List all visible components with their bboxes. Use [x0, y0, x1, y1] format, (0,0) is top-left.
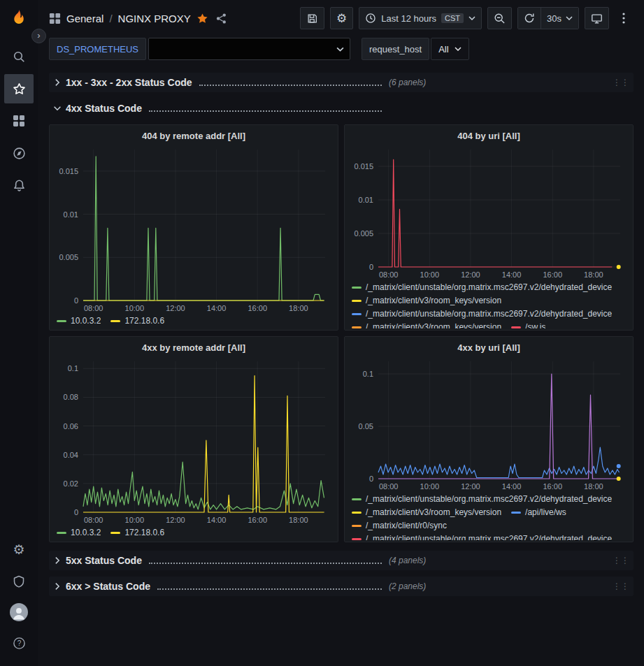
svg-text:16:00: 16:00 — [248, 304, 267, 312]
series-color-swatch — [511, 512, 521, 514]
refresh-control: 30s — [517, 7, 579, 29]
legend-item[interactable]: /sw.js — [511, 322, 545, 328]
legend-item[interactable]: /_matrix/client/r0/sync — [352, 521, 447, 530]
legend-item[interactable]: 172.18.0.6 — [110, 528, 164, 537]
clock-icon — [365, 13, 376, 24]
sidebar: ⚙ ? — [0, 0, 38, 666]
dashboard-title[interactable]: NGINX PROXY — [118, 13, 191, 24]
sidebar-expand-button[interactable]: › — [31, 29, 46, 43]
breadcrumb-separator: / — [109, 13, 112, 24]
svg-text:0.005: 0.005 — [59, 253, 78, 261]
zoom-out-button[interactable] — [487, 7, 512, 29]
row-header-4xx[interactable]: 4xx Status Code — [49, 99, 634, 118]
legend: /_matrix/client/unstable/org.matrix.msc2… — [350, 493, 627, 540]
chevron-down-icon — [49, 103, 66, 113]
row-title: 4xx Status Code — [66, 103, 142, 114]
grafana-logo[interactable] — [8, 8, 29, 29]
legend-item[interactable]: /_matrix/client/v3/room_keys/version — [352, 507, 501, 517]
row-header-6xx[interactable]: 6xx > Status Code (2 panels) ⋮⋮ — [49, 577, 634, 596]
time-range-picker[interactable]: Last 12 hours CST — [359, 7, 482, 29]
series-label: /api/live/ws — [525, 507, 566, 517]
datasource-value-select[interactable] — [148, 38, 350, 60]
series-label: /_matrix/client/r0/sync — [366, 521, 447, 530]
series-color-swatch — [352, 313, 362, 315]
series-color-swatch — [352, 300, 362, 302]
request-host-select[interactable]: All — [431, 38, 468, 60]
dotted-leader — [199, 85, 382, 86]
row-drag-handle[interactable]: ⋮⋮ — [608, 78, 634, 87]
svg-text:16:00: 16:00 — [543, 270, 562, 279]
row-drag-handle[interactable]: ⋮⋮ — [608, 556, 634, 565]
gear-icon: ⚙ — [13, 542, 24, 558]
legend-item[interactable]: 10.0.3.2 — [57, 316, 101, 326]
svg-text:12:00: 12:00 — [166, 516, 185, 524]
time-series-chart[interactable]: 08:0010:0012:0014:0016:0018:0000.0050.01… — [55, 143, 332, 314]
breadcrumb: General / NGINX PROXY — [49, 13, 227, 24]
time-series-chart[interactable]: 08:0010:0012:0014:0016:0018:0000.0050.01… — [350, 143, 627, 281]
save-dashboard-button[interactable] — [300, 7, 324, 29]
cycle-view-mode-button[interactable] — [585, 7, 609, 29]
sidebar-item-server-admin[interactable] — [4, 567, 34, 596]
series-color-swatch — [352, 512, 362, 514]
panel-title[interactable]: 4xx by remote addr [All] — [55, 340, 332, 354]
datasource-label[interactable]: DS_PROMETHEUS — [49, 38, 146, 60]
user-avatar[interactable] — [10, 603, 28, 621]
legend-item[interactable]: /_matrix/client/v3/room_keys/version — [352, 322, 501, 328]
svg-text:12:00: 12:00 — [166, 304, 185, 312]
panel-title[interactable]: 404 by uri [All] — [350, 128, 627, 143]
series-color-swatch — [352, 525, 362, 527]
favorite-star-icon[interactable] — [196, 13, 208, 24]
svg-text:0.01: 0.01 — [359, 196, 373, 204]
row-header-1xx-3xx-2xx[interactable]: 1xx - 3xx - 2xx Status Code (6 panels) ⋮… — [49, 73, 634, 92]
legend-item[interactable]: /_matrix/client/unstable/org.matrix.msc2… — [352, 494, 612, 504]
row-header-5xx[interactable]: 5xx Status Code (4 panels) ⋮⋮ — [49, 551, 634, 570]
refresh-icon — [524, 13, 535, 24]
legend: 10.0.3.2172.18.0.6 — [55, 526, 332, 540]
breadcrumb-section[interactable]: General — [66, 13, 103, 24]
panel-title[interactable]: 4xx by uri [All] — [350, 340, 627, 354]
request-host-label[interactable]: request_host — [362, 38, 429, 60]
row-drag-handle[interactable]: ⋮⋮ — [608, 582, 634, 591]
panel-title[interactable]: 404 by remote addr [All] — [55, 128, 332, 143]
panel-404-by-uri: 404 by uri [All] 08:0010:0012:0014:0016:… — [344, 124, 634, 331]
legend-item[interactable]: 172.18.0.6 — [110, 316, 164, 326]
svg-text:?: ? — [17, 639, 21, 647]
series-label: /_matrix/client/v3/room_keys/version — [366, 507, 501, 517]
series-color-swatch — [57, 320, 66, 322]
kebab-menu-button[interactable] — [615, 7, 633, 29]
grafana-app: ⚙ ? › — [0, 0, 644, 666]
sidebar-item-starred[interactable] — [4, 74, 34, 103]
refresh-button[interactable] — [518, 8, 541, 29]
time-series-chart[interactable]: 08:0010:0012:0014:0016:0018:0000.020.040… — [55, 354, 332, 526]
dotted-leader — [157, 588, 382, 590]
sidebar-item-alerting[interactable] — [4, 171, 34, 200]
series-label: 10.0.3.2 — [71, 528, 101, 537]
svg-text:08:00: 08:00 — [379, 482, 399, 491]
dashboard-settings-button[interactable]: ⚙ — [330, 7, 353, 29]
sidebar-item-search[interactable] — [4, 42, 34, 71]
compass-icon — [13, 147, 26, 160]
legend-item[interactable]: /_matrix/client/unstable/org.matrix.msc2… — [352, 282, 612, 292]
legend-item[interactable]: /_matrix/client/unstable/org.matrix.msc2… — [352, 309, 612, 319]
legend-item[interactable]: /_matrix/client/v3/room_keys/version — [352, 296, 501, 305]
sidebar-item-explore[interactable] — [4, 138, 34, 168]
series-label: /_matrix/client/v3/room_keys/version — [366, 322, 501, 328]
dashboards-grid-icon — [13, 115, 25, 127]
series-color-swatch — [352, 287, 362, 289]
sidebar-item-help[interactable]: ? — [4, 628, 34, 658]
time-series-chart[interactable]: 08:0010:0012:0014:0016:0018:0000.050.1 — [350, 354, 627, 493]
refresh-interval-dropdown[interactable]: 30s — [541, 8, 578, 29]
search-icon — [13, 50, 26, 64]
series-color-swatch — [57, 532, 66, 534]
sidebar-item-dashboards[interactable] — [4, 106, 34, 136]
row-title-group: 5xx Status Code — [49, 555, 389, 566]
legend-item[interactable]: /_matrix/client/unstable/org.matrix.msc2… — [352, 534, 612, 540]
svg-text:18:00: 18:00 — [584, 270, 603, 279]
share-icon[interactable] — [215, 13, 227, 24]
series-color-swatch — [352, 498, 362, 500]
legend-item[interactable]: 10.0.3.2 — [57, 528, 101, 537]
chevron-right-icon — [49, 581, 66, 591]
sidebar-item-configuration[interactable]: ⚙ — [4, 535, 34, 564]
legend-item[interactable]: /api/live/ws — [511, 507, 566, 517]
chevron-down-icon — [336, 47, 344, 52]
